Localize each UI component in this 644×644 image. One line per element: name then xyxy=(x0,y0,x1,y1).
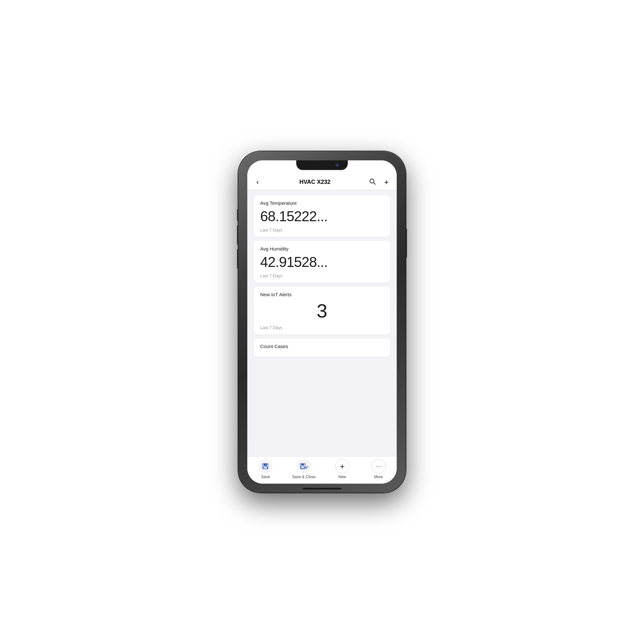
save-close-icon-circle xyxy=(297,459,311,473)
avg-humidity-card: Avg Humidity 42.91528... Last 7 Days xyxy=(254,241,390,283)
more-icon-circle: ··· xyxy=(372,459,386,473)
front-camera xyxy=(336,164,339,167)
save-close-icon xyxy=(300,463,308,470)
svg-rect-7 xyxy=(301,464,304,466)
search-button[interactable] xyxy=(367,178,377,187)
save-icon-circle xyxy=(258,459,272,473)
avg-temperature-card: Avg Temperature 68.15222... Last 7 Days xyxy=(254,195,390,237)
more-button[interactable]: ··· More xyxy=(369,459,388,479)
search-icon xyxy=(369,178,376,185)
svg-point-0 xyxy=(370,179,374,183)
nav-actions: + xyxy=(367,178,392,187)
new-iot-alerts-card: New IoT Alerts 3 Last 7 Days xyxy=(254,287,390,335)
avg-temperature-value: 68.15222... xyxy=(260,208,384,224)
svg-line-1 xyxy=(374,183,376,185)
avg-temperature-label: Avg Temperature xyxy=(260,200,384,206)
save-close-button[interactable]: Save & Close xyxy=(292,459,316,479)
svg-rect-3 xyxy=(264,464,267,466)
notch xyxy=(296,160,348,170)
avg-humidity-value: 42.91528... xyxy=(260,254,384,270)
more-label: More xyxy=(374,475,383,479)
new-icon-circle: + xyxy=(335,459,349,473)
content-area: Avg Temperature 68.15222... Last 7 Days … xyxy=(247,190,397,456)
page-title: HVAC X232 xyxy=(299,179,331,185)
new-iot-alerts-subtitle: Last 7 Days xyxy=(260,325,384,330)
back-button[interactable]: ‹ xyxy=(252,178,263,186)
new-iot-alerts-label: New IoT Alerts xyxy=(260,292,384,297)
save-close-label: Save & Close xyxy=(292,475,316,479)
new-iot-alerts-value: 3 xyxy=(260,300,384,322)
phone-screen: ‹ HVAC X232 + Avg Temperature 68.15222..… xyxy=(247,160,397,484)
avg-humidity-label: Avg Humidity xyxy=(260,246,384,251)
svg-rect-8 xyxy=(301,467,304,469)
count-cases-card: Count Cases xyxy=(254,338,390,357)
avg-temperature-subtitle: Last 7 Days xyxy=(260,228,384,232)
power-button xyxy=(406,229,407,258)
count-cases-label: Count Cases xyxy=(260,344,384,349)
bottom-toolbar: Save Save & Close + xyxy=(247,456,397,484)
svg-rect-4 xyxy=(263,467,268,469)
new-button[interactable]: + New xyxy=(333,459,352,479)
add-button[interactable]: + xyxy=(381,178,392,187)
new-label: New xyxy=(338,475,346,479)
more-icon: ··· xyxy=(376,463,382,470)
save-label: Save xyxy=(261,475,270,479)
home-indicator[interactable] xyxy=(303,488,341,489)
save-icon xyxy=(262,463,269,470)
avg-humidity-subtitle: Last 7 Days xyxy=(260,273,384,278)
save-button[interactable]: Save xyxy=(256,459,275,479)
nav-bar: ‹ HVAC X232 + xyxy=(247,175,397,190)
new-icon: + xyxy=(340,462,345,470)
